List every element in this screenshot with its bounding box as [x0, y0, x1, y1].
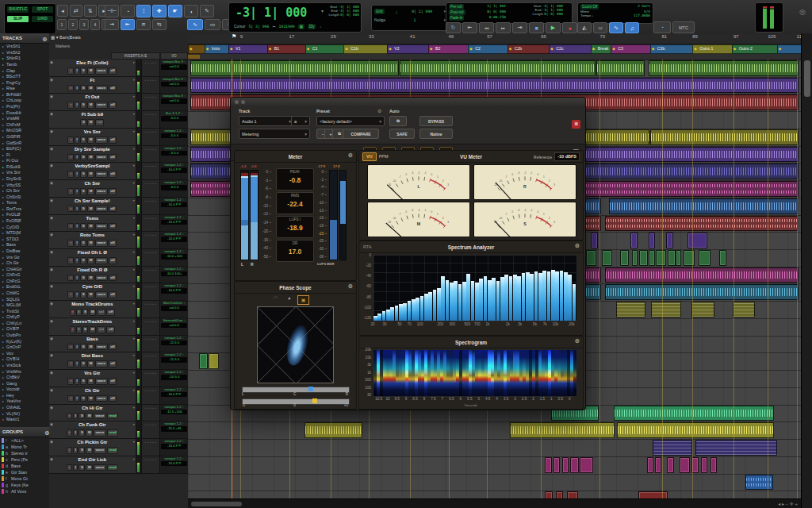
record-enable-button[interactable]: ● [67, 464, 73, 471]
track-row[interactable]: Toms◉▾●ISMwaveoff▪ ▪ ▪ ▪ ▪noinput 1-2 ↑-… [49, 215, 188, 233]
input-monitor-button[interactable]: I [75, 360, 79, 368]
automation-mode-button[interactable]: off [109, 171, 117, 178]
track-view-selector[interactable]: wave [95, 378, 108, 385]
selector-tool-icon[interactable]: ⌶ [136, 5, 151, 17]
track-row[interactable]: Ch Snr Sample!◉▾●ISMwaveoff▪ ▪ ▪ ▪ ▪noin… [49, 198, 188, 215]
sidebar-track-item[interactable]: ▸Rise [0, 86, 49, 92]
track-row[interactable]: Ch Hi Gtr◉▾●ISMwaveread▪ ▪ ▪ ▪ ▪noinput … [49, 405, 188, 422]
sidebar-track-item[interactable]: ▸VrsWhs [0, 368, 49, 375]
mute-button[interactable]: M [86, 429, 93, 437]
audio-region[interactable] [719, 250, 726, 266]
sidebar-track-item[interactable]: ▸GrtOnP [0, 344, 49, 351]
track-row[interactable]: Bass◉▾●ISMwaveoff▪ ▪ ▪ ▪ ▪noinput 1-2 ↑-… [49, 336, 188, 353]
sidebar-track-item[interactable]: ▸Ft [0, 152, 49, 158]
sidebar-track-item[interactable]: ▸OutbPn [0, 333, 49, 339]
meter-settings-icon[interactable]: ⚙ [348, 152, 353, 159]
record-enable-button[interactable]: ● [67, 429, 73, 437]
ppm-tab[interactable]: PPM [379, 152, 389, 161]
solo-button[interactable]: S [80, 275, 86, 282]
solo-button[interactable]: S [82, 326, 89, 333]
track-dropdown-icon[interactable]: ▾ [133, 422, 135, 426]
inserts-cell[interactable]: ▪ ▪ ▪ ▪ ▪ [142, 129, 161, 145]
mute-button[interactable]: M [87, 206, 94, 213]
zoomer-tool-icon[interactable]: ◔ [121, 5, 135, 17]
track-view-selector[interactable]: vol [97, 326, 105, 333]
spot-mode-button[interactable]: SPOT [31, 6, 54, 13]
sidebar-track-item[interactable]: ▸RotTms [0, 206, 49, 213]
solo-button[interactable]: S [79, 413, 85, 420]
track-name-panel[interactable]: Vrs Snr◉▾●ISMwaveoff [49, 129, 136, 145]
preset-gear-icon[interactable]: ⚙ [377, 108, 381, 114]
input-monitor-button[interactable]: I [73, 447, 78, 454]
io-cell[interactable]: noinput 1-2 ↑-11.5 0 [160, 352, 188, 369]
track-options-icon[interactable]: ◉ [50, 164, 53, 167]
track-row[interactable]: Elec Ft (Colin)◉▾●ISMwaveoff▪ ▪ ▪ ▪ ▪noi… [49, 60, 188, 77]
rewind-button[interactable]: ◂◂ [479, 22, 494, 33]
audio-region[interactable] [649, 60, 799, 76]
grid-value-label[interactable]: Grid [374, 9, 385, 14]
sidebar-track-item[interactable]: ▸ElcF(C) [0, 146, 49, 152]
safe-button[interactable]: SAFE [389, 129, 415, 139]
record-enable-button[interactable]: ● [67, 154, 74, 161]
automation-mode-button[interactable]: off [106, 326, 115, 333]
input-monitor-button[interactable]: I [75, 291, 79, 298]
track-lane[interactable] [188, 439, 801, 457]
record-enable-button[interactable]: ● [67, 240, 74, 247]
sidebar-track-item[interactable]: ▸GtSFlR [0, 134, 49, 140]
audio-region[interactable] [680, 457, 690, 473]
solo-button[interactable]: S [80, 240, 86, 247]
input-monitor-button[interactable]: I [75, 395, 79, 402]
sidebar-track-item[interactable]: ▸ChFxM [0, 122, 49, 129]
solo-button[interactable]: S [80, 137, 86, 144]
audio-region[interactable] [586, 250, 597, 266]
sidebar-track-item[interactable]: ▸ChHiGtr [0, 266, 49, 272]
sidebar-track-item[interactable]: ▸ChFnG [0, 272, 49, 279]
automation-mode-button[interactable]: off [109, 188, 117, 195]
mute-button[interactable]: M [87, 102, 94, 109]
tempo-ruler-icon[interactable]: ∿ [609, 22, 623, 33]
track-row[interactable]: Dry Snr Sample◉▾●ISMwaveoff▪ ▪ ▪ ▪ ▪noin… [49, 146, 188, 164]
track-lane[interactable] [188, 421, 801, 440]
mirror-midi-icon[interactable]: ∿ [187, 19, 203, 30]
track-lane[interactable] [188, 77, 801, 95]
horizontal-scrollbar[interactable]: ◂ ▸ − ✛ + [188, 498, 801, 508]
mute-button[interactable]: M [87, 395, 94, 402]
input-monitor-button[interactable]: I [75, 257, 79, 264]
sidebar-track-item[interactable]: ▸ChBkV [0, 375, 49, 381]
sidebar-track-item[interactable]: ▸VL(AV) [0, 410, 49, 417]
mute-button[interactable]: M [87, 171, 94, 178]
toolbar-options-icon[interactable]: ◎ [799, 8, 806, 16]
sidebar-track-item[interactable]: ▸MTD(M [0, 230, 49, 237]
post-roll-label[interactable]: Post-roll [449, 10, 465, 15]
record-enable-button[interactable]: ● [67, 206, 74, 213]
audio-region[interactable] [616, 302, 645, 318]
goniometer-mode-icon[interactable]: ◠ [270, 295, 281, 303]
track-options-icon[interactable]: ◉ [50, 337, 53, 341]
sidebar-track-item[interactable]: ▸ChKyP [0, 314, 49, 321]
track-view-selector[interactable]: wave [95, 206, 108, 213]
channel-selector[interactable]: a▾ [291, 116, 310, 126]
audio-region[interactable] [710, 457, 717, 473]
automation-mode-button[interactable]: off [109, 291, 117, 298]
record-enable-button[interactable]: ● [67, 67, 74, 75]
sidebar-track-item[interactable]: ▸OthAdL [0, 405, 49, 411]
record-enable-button[interactable]: ● [67, 257, 74, 264]
markers-ruler[interactable]: IntroV1B1C1C1bV2B2C2C2bC2cBreakC3C3bOutr… [188, 44, 801, 54]
track-view-selector[interactable]: vol [97, 309, 105, 316]
mute-button[interactable]: M [89, 309, 96, 316]
group-item[interactable]: eGtr Stan [0, 469, 49, 475]
track-dropdown-icon[interactable]: ▾ [133, 60, 135, 64]
inserts-cell[interactable]: ▪ ▪ ▪ ▪ ▪ [142, 405, 161, 421]
inserts-cell[interactable]: ▪ ▪ ▪ ▪ ▪ [142, 439, 161, 456]
record-enable-button[interactable]: ● [67, 447, 73, 454]
track-dropdown-icon[interactable]: ▾ [133, 457, 135, 461]
track-view-selector[interactable]: wave [95, 154, 108, 161]
sidebar-track-item[interactable]: ▸Vrs Gtr [0, 254, 49, 260]
input-monitor-button[interactable]: I [75, 188, 79, 195]
pre-roll-label[interactable]: Pre-roll [449, 4, 464, 10]
audio-region[interactable] [695, 440, 776, 456]
track-options-icon[interactable]: ◉ [50, 216, 53, 220]
return-to-zero-button[interactable]: ⇤ [462, 22, 477, 33]
sidebar-track-item[interactable]: ▸GtdSnR [0, 140, 49, 146]
automation-mode-button[interactable]: off [109, 154, 117, 161]
